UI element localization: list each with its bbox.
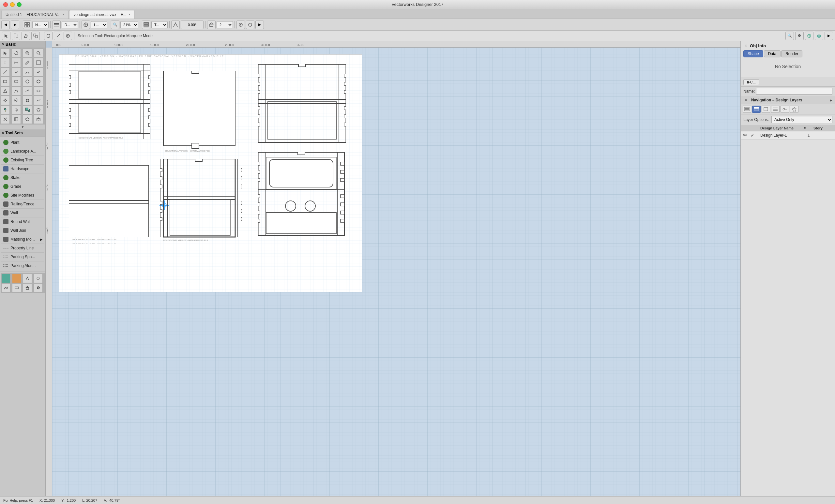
fill-tool[interactable] — [23, 105, 32, 114]
rect-tool[interactable] — [1, 77, 10, 86]
nav-close-icon[interactable]: × — [744, 98, 749, 103]
tool-expand[interactable]: ▼ — [0, 125, 45, 129]
rounded-rect-tool[interactable] — [12, 77, 21, 86]
select-mode-button[interactable] — [12, 31, 20, 40]
select-poly-button[interactable] — [22, 31, 30, 40]
move-tool[interactable] — [1, 96, 10, 105]
drawing-canvas[interactable]: EDUCATIONAL VERSION - WATERMARKED FILE E… — [52, 48, 740, 496]
nav-objects-icon[interactable] — [780, 106, 789, 113]
clip-tool[interactable] — [1, 115, 10, 124]
toolset-site-modifiers[interactable]: Site Modifiers — [1, 191, 44, 200]
snap-select[interactable]: L... — [91, 21, 107, 28]
dim-tool[interactable] — [12, 58, 21, 67]
render-more-button[interactable] — [246, 21, 254, 29]
layer-options-select[interactable]: Active Only — [771, 116, 832, 123]
display-select[interactable]: D... — [62, 21, 78, 28]
render-button[interactable] — [237, 21, 245, 29]
toolset-wall[interactable]: Wall — [1, 209, 44, 217]
toolset-property-line[interactable]: Property Line — [1, 244, 44, 253]
3d-tool[interactable] — [23, 115, 32, 124]
select-similar-button[interactable] — [64, 31, 72, 40]
freehand-tool[interactable] — [34, 67, 43, 77]
circle-tool[interactable] — [23, 77, 32, 86]
toolset-existing-tree[interactable]: Existing Tree — [1, 156, 44, 165]
more-options-button[interactable]: ▶ — [256, 21, 264, 29]
deform-tool[interactable] — [34, 96, 43, 105]
select-multi-button[interactable] — [31, 31, 40, 40]
settings-button[interactable]: ⚙ — [795, 31, 804, 40]
search-button[interactable]: 🔍 — [786, 31, 794, 40]
toolset-parking-alon[interactable]: Parking Alon... — [1, 261, 44, 270]
eyedrop-tool[interactable] — [23, 58, 32, 67]
layer-active-check[interactable]: ✓ — [751, 133, 760, 138]
obj-info-close-icon[interactable]: × — [744, 43, 749, 48]
toolset-round-wall[interactable]: Round Wall — [1, 217, 44, 226]
zoom-select[interactable]: 21% — [120, 21, 138, 28]
nav-layers-icon[interactable] — [743, 106, 751, 113]
lasso-button[interactable] — [44, 31, 53, 40]
tab-vending[interactable]: vendingmachinereal.vwx – E... × — [69, 10, 135, 19]
gear-tool[interactable]: ⚙ — [34, 283, 43, 292]
color1-tool[interactable] — [1, 274, 11, 283]
clip2-tool[interactable] — [12, 115, 21, 124]
line-tool[interactable] — [1, 67, 10, 77]
toolset-railing-fence[interactable]: Railing/Fence — [1, 200, 44, 209]
toolset-hardscape[interactable]: Hardscape — [1, 165, 44, 173]
render-options-button[interactable]: ▶ — [824, 31, 833, 40]
close-toolsets-icon[interactable]: × — [2, 131, 4, 135]
close-button[interactable] — [3, 2, 8, 7]
tab-data[interactable]: Data — [764, 50, 780, 57]
nav-saved-views-icon[interactable] — [790, 106, 798, 113]
zoom-button[interactable]: 🔍 — [111, 21, 119, 29]
zoom-area-tool[interactable] — [34, 48, 43, 58]
color2-tool[interactable] — [12, 274, 21, 283]
view-grid-button[interactable] — [23, 21, 31, 29]
angle-button[interactable] — [171, 21, 180, 29]
close-basic-icon[interactable]: × — [2, 42, 4, 47]
double-line-tool[interactable] — [12, 67, 21, 77]
view-3d-select[interactable]: 2... — [217, 21, 233, 28]
bezier-tool[interactable] — [12, 86, 21, 96]
toolset-plant[interactable]: Plant — [1, 138, 44, 147]
toolset-massing[interactable]: Massing Mo... ▶ — [1, 235, 44, 244]
view-3d-button[interactable] — [207, 21, 216, 29]
toolset-grade[interactable]: Grade — [1, 182, 44, 191]
view-select[interactable]: N... — [32, 21, 48, 28]
layer-row-design1[interactable]: 👁 ✓ Design Layer-1 1 — [741, 131, 835, 140]
name-input[interactable] — [756, 88, 832, 94]
toolset-stake[interactable]: Stake — [1, 173, 44, 182]
building-tool[interactable] — [23, 283, 32, 292]
magic-wand-button[interactable] — [54, 31, 62, 40]
nav-expand-icon[interactable]: ▶ — [830, 99, 832, 102]
cloud-button[interactable] — [815, 31, 823, 40]
mirror-tool[interactable] — [12, 96, 21, 105]
triangle-tool[interactable] — [1, 86, 10, 96]
layer-select-t[interactable]: T... — [151, 21, 168, 28]
tab-close-untitled[interactable]: × — [62, 13, 64, 16]
tab-close-vending[interactable]: × — [128, 13, 130, 16]
eyedrop2-tool[interactable] — [12, 105, 21, 114]
nav-back-button[interactable]: ◀ — [1, 21, 10, 29]
tab-render[interactable]: Render — [781, 50, 802, 57]
nav-design-layers-icon[interactable] — [752, 106, 761, 113]
scale-tool[interactable] — [23, 96, 32, 105]
paint-tool[interactable] — [1, 105, 10, 114]
tab-untitled[interactable]: Untitled 1 – EDUCATIONAL V... × — [1, 10, 68, 19]
select-arrow-button[interactable] — [2, 31, 11, 40]
rotate-tool[interactable] — [12, 48, 21, 58]
color3-tool[interactable] — [23, 274, 32, 283]
nav-forward-button[interactable]: ▶ — [11, 21, 19, 29]
polygon-tool[interactable] — [34, 77, 43, 86]
layer-visibility-toggle[interactable]: 👁 — [743, 133, 751, 138]
toolset-wall-join[interactable]: Wall Join — [1, 226, 44, 235]
snap-settings-button[interactable] — [805, 31, 813, 40]
color4-tool[interactable] — [34, 274, 43, 283]
road-tool[interactable] — [12, 283, 21, 292]
maximize-button[interactable] — [17, 2, 22, 7]
terrain-tool[interactable] — [1, 283, 11, 292]
symbol-tool[interactable] — [34, 105, 43, 114]
ifc-button[interactable]: IFC... — [744, 79, 759, 85]
pointer-tool[interactable] — [1, 48, 10, 58]
toolset-parking-spa[interactable]: Parking Spa... — [1, 253, 44, 261]
nav-classes-icon[interactable] — [771, 106, 779, 113]
